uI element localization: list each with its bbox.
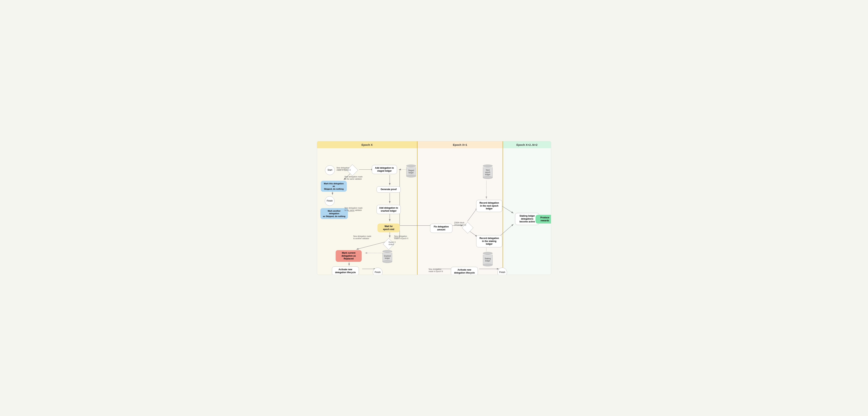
epoch-x1-section xyxy=(417,148,503,275)
epoch-x1-label: Epoch X+1 xyxy=(453,143,467,146)
epoch-x-header: Epoch X xyxy=(317,141,417,148)
diagram-container: Epoch X Epoch X+1 Epoch X+2..N+2 xyxy=(317,141,551,275)
epochs-header: Epoch X Epoch X+1 Epoch X+2..N+2 xyxy=(317,141,551,148)
epoch-x1-header: Epoch X+1 xyxy=(417,141,503,148)
epoch-x-label: Epoch X xyxy=(362,143,373,146)
epoch-x2-header: Epoch X+2..N+2 xyxy=(503,141,551,148)
diagram-body: Start Add delegation to staged ledger St… xyxy=(317,148,551,275)
epoch-x2-section xyxy=(503,148,551,275)
epoch-x-section xyxy=(317,148,417,275)
epoch-x2-label: Epoch X+2..N+2 xyxy=(516,143,537,146)
